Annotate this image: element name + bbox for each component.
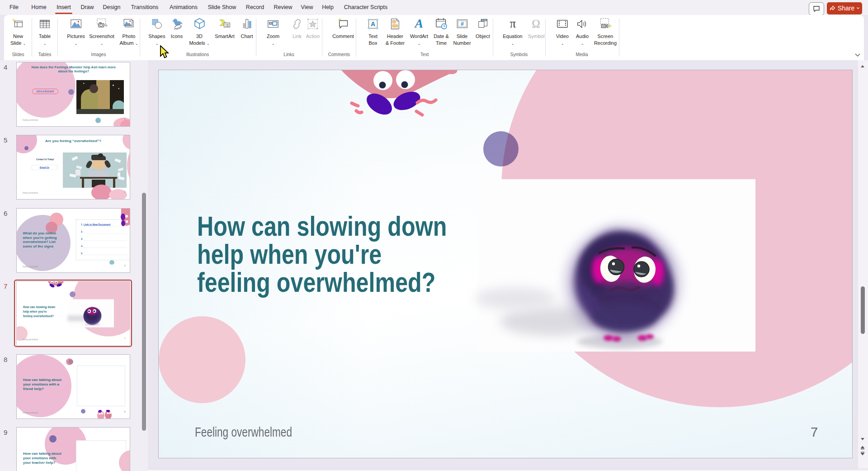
svg-text:#: # xyxy=(461,21,464,27)
svg-text:π: π xyxy=(509,17,515,30)
svg-text:A: A xyxy=(371,20,375,28)
svg-text:A: A xyxy=(414,17,424,30)
svg-text:Ω: Ω xyxy=(532,18,540,30)
